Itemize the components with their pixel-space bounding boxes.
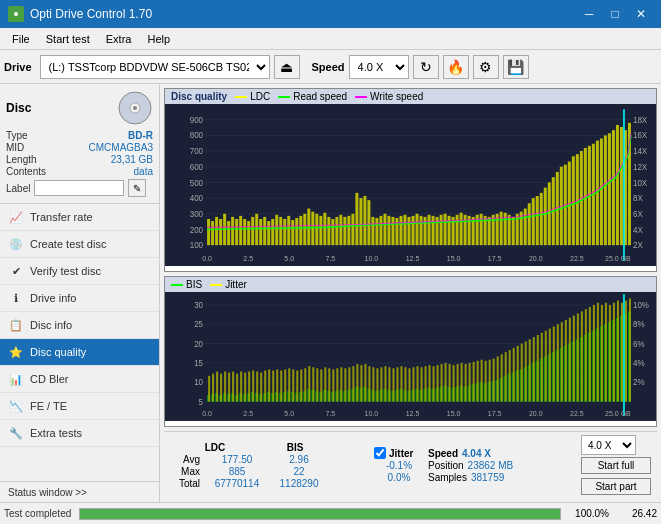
svg-rect-56: [299, 216, 302, 245]
svg-rect-332: [437, 365, 439, 402]
sidebar-item-fe-te[interactable]: 📉 FE / TE: [0, 393, 159, 420]
sidebar-item-cd-bler[interactable]: 📊 CD Bler: [0, 366, 159, 393]
drive-info-icon: ℹ: [8, 290, 24, 306]
svg-rect-353: [521, 344, 523, 402]
avg-bis: 2.96: [274, 454, 324, 465]
test-speed-select[interactable]: 4.0 X: [581, 435, 636, 455]
svg-rect-74: [371, 217, 374, 245]
legend-jitter: Jitter: [210, 279, 247, 290]
svg-rect-76: [379, 216, 382, 245]
write-speed-label: Write speed: [370, 91, 423, 102]
sidebar-item-extra-tests[interactable]: 🔧 Extra tests: [0, 420, 159, 447]
refresh-button[interactable]: ↻: [413, 55, 439, 79]
sidebar-item-drive-info[interactable]: ℹ Drive info: [0, 285, 159, 312]
speed-select[interactable]: 4.0 X: [349, 55, 409, 79]
position-label: Position: [428, 460, 464, 471]
close-button[interactable]: ✕: [629, 4, 653, 24]
speed-stat-label: Speed: [428, 448, 458, 459]
svg-text:100: 100: [190, 241, 204, 250]
svg-rect-114: [532, 198, 535, 245]
svg-rect-40: [235, 219, 238, 245]
sidebar-label-extra-tests: Extra tests: [30, 427, 82, 439]
svg-rect-313: [360, 365, 362, 402]
menu-extra[interactable]: Extra: [98, 31, 140, 47]
svg-rect-112: [524, 209, 527, 246]
sidebar-item-disc-info[interactable]: 📋 Disc info: [0, 312, 159, 339]
status-speed: 26.42: [617, 508, 657, 519]
avg-label: Avg: [170, 454, 200, 465]
svg-rect-335: [449, 364, 451, 402]
sidebar-item-verify-test-disc[interactable]: ✔ Verify test disc: [0, 258, 159, 285]
svg-text:5: 5: [199, 397, 204, 407]
legend-read-speed: Read speed: [278, 91, 347, 102]
sidebar-item-create-test-disc[interactable]: 💿 Create test disc: [0, 231, 159, 258]
sidebar-label-transfer-rate: Transfer rate: [30, 211, 93, 223]
svg-rect-308: [340, 367, 342, 401]
sidebar-item-disc-quality[interactable]: ⭐ Disc quality: [0, 339, 159, 366]
svg-rect-58: [307, 209, 310, 246]
svg-rect-326: [413, 367, 415, 401]
svg-rect-295: [288, 368, 290, 401]
status-window-button[interactable]: Status window >>: [0, 481, 159, 502]
svg-rect-316: [372, 367, 374, 401]
sidebar-label-drive-info: Drive info: [30, 292, 76, 304]
drive-select[interactable]: (L:) TSSTcorp BDDVDW SE-506CB TS02: [40, 55, 270, 79]
svg-rect-325: [408, 368, 410, 401]
svg-rect-81: [399, 216, 402, 245]
jitter-avg-row: -0.1%: [374, 460, 424, 471]
svg-rect-341: [473, 362, 475, 402]
disc-title: Disc: [6, 101, 31, 115]
menu-file[interactable]: File: [4, 31, 38, 47]
svg-rect-352: [517, 346, 519, 402]
menu-help[interactable]: Help: [139, 31, 178, 47]
disc-panel: Disc Type BD-R MID CMCMAGBA3 Length: [0, 84, 159, 204]
svg-rect-78: [387, 216, 390, 245]
eject-button[interactable]: ⏏: [274, 55, 300, 79]
save-button[interactable]: 💾: [503, 55, 529, 79]
svg-rect-318: [380, 367, 382, 401]
svg-rect-302: [316, 368, 318, 401]
svg-rect-354: [525, 341, 527, 401]
minimize-button[interactable]: ─: [577, 4, 601, 24]
svg-rect-57: [303, 214, 306, 245]
jitter-checkbox[interactable]: [374, 447, 386, 459]
svg-rect-371: [593, 305, 595, 402]
svg-rect-96: [460, 213, 463, 245]
svg-rect-373: [601, 305, 603, 402]
svg-text:6X: 6X: [633, 210, 643, 219]
maximize-button[interactable]: □: [603, 4, 627, 24]
svg-text:7.5: 7.5: [325, 408, 335, 417]
avg-jitter: -0.1%: [374, 460, 424, 471]
svg-rect-63: [327, 217, 330, 245]
svg-rect-284: [244, 373, 246, 402]
svg-rect-95: [456, 215, 459, 245]
svg-rect-367: [577, 314, 579, 402]
svg-rect-288: [260, 373, 262, 402]
label-edit-button[interactable]: ✎: [128, 179, 146, 197]
settings-button[interactable]: ⚙: [473, 55, 499, 79]
start-part-button[interactable]: Start part: [581, 478, 651, 495]
svg-rect-378: [621, 303, 623, 402]
sidebar-item-transfer-rate[interactable]: 📈 Transfer rate: [0, 204, 159, 231]
jitter-col-label: Jitter: [389, 448, 413, 459]
svg-rect-33: [207, 219, 210, 245]
menu-start-test[interactable]: Start test: [38, 31, 98, 47]
svg-rect-314: [364, 364, 366, 402]
chart2-header: BIS Jitter: [165, 277, 656, 292]
svg-text:7.5: 7.5: [325, 255, 335, 263]
burn-button[interactable]: 🔥: [443, 55, 469, 79]
svg-rect-291: [272, 370, 274, 401]
svg-text:25: 25: [194, 319, 203, 329]
svg-rect-109: [512, 217, 515, 245]
label-input[interactable]: [34, 180, 124, 196]
jitter-color: [210, 284, 222, 286]
svg-rect-290: [268, 369, 270, 401]
svg-rect-133: [608, 133, 611, 245]
start-full-button[interactable]: Start full: [581, 457, 651, 474]
svg-rect-338: [461, 363, 463, 402]
svg-rect-375: [609, 305, 611, 402]
svg-rect-84: [412, 216, 415, 245]
samples-label: Samples: [428, 472, 467, 483]
svg-rect-282: [236, 374, 238, 402]
avg-row: Avg 177.50 2.96: [170, 454, 370, 465]
